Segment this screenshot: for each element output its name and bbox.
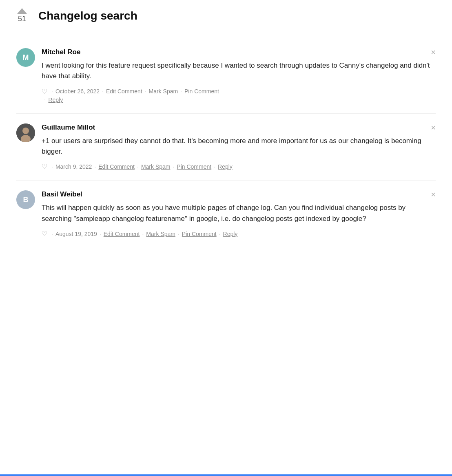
avatar-guillaume [16,123,35,142]
comment-date-2: March 9, 2022 [55,163,92,170]
comment-3: B Basil Weibel This will happen quickly … [16,181,436,247]
reply-button-1[interactable]: Reply [48,97,63,103]
vote-count: 51 [18,15,26,23]
mark-spam-1[interactable]: Mark Spam [149,88,178,95]
comment-date-3: August 19, 2019 [55,231,97,237]
mark-spam-2[interactable]: Mark Spam [141,163,171,170]
comment-author-2: Guillaume Millot [42,123,436,132]
sep-3a: · [51,231,53,237]
comment-author-1: Mitchel Roe [42,48,436,56]
heart-icon-3[interactable]: ♡ [42,230,47,238]
comments-container: M Mitchel Roe I went looking for this fe… [0,30,452,264]
vote-section: 51 [12,8,32,23]
reply-button-3[interactable]: Reply [223,231,238,237]
sep-1d: · [180,88,182,95]
comment-date-1: October 26, 2022 [55,88,100,95]
avatar-mitchel: M [16,48,35,67]
pin-comment-1[interactable]: Pin Comment [184,88,219,95]
sep-2b: · [94,163,96,170]
bottom-bar [0,474,452,476]
avatar-photo-guillaume [16,123,35,142]
sep-2c: · [137,163,139,170]
page-title: Changelog search [38,9,137,22]
comment-actions-2: ♡ · March 9, 2022 · Edit Comment · Mark … [42,163,436,170]
edit-comment-2[interactable]: Edit Comment [98,163,135,170]
edit-comment-3[interactable]: Edit Comment [104,231,140,237]
pin-comment-2[interactable]: Pin Comment [177,163,211,170]
sep-3d: · [178,231,179,237]
sep-2d: · [173,163,174,170]
comment-text-2: +1 our users are surprised they cannot d… [42,136,436,157]
upvote-arrow[interactable] [17,8,27,14]
avatar-basil: B [16,190,35,209]
pin-comment-3[interactable]: Pin Comment [182,231,217,237]
comment-author-3: Basil Weibel [42,190,436,198]
comment-body-3: Basil Weibel This will happen quickly as… [42,190,436,238]
comment-text-3: This will happen quickly as soon as you … [42,203,436,224]
avatar-initial-basil: B [23,196,29,204]
sep-1e: · [44,96,46,104]
comment-actions-1: ♡ · October 26, 2022 · Edit Comment · Ma… [42,88,436,95]
heart-icon-1[interactable]: ♡ [42,88,47,95]
reply-button-2[interactable]: Reply [218,163,233,170]
close-button-2[interactable]: × [431,123,436,132]
mark-spam-3[interactable]: Mark Spam [146,231,175,237]
comment-body-2: Guillaume Millot +1 our users are surpri… [42,123,436,171]
comment-1: M Mitchel Roe I went looking for this fe… [16,38,436,114]
close-button-1[interactable]: × [431,48,436,56]
sep-2a: · [51,163,53,170]
sep-2e: · [214,163,215,170]
svg-point-3 [16,123,35,142]
page-header: 51 Changelog search [0,0,452,30]
comment-actions-3: ♡ · August 19, 2019 · Edit Comment · Mar… [42,230,436,238]
comment-2: Guillaume Millot +1 our users are surpri… [16,114,436,181]
reply-row-1: · Reply [42,96,436,104]
edit-comment-1[interactable]: Edit Comment [106,88,142,95]
sep-1a: · [51,88,53,95]
sep-1b: · [102,88,104,95]
heart-icon-2[interactable]: ♡ [42,163,47,170]
sep-3e: · [219,231,221,237]
close-button-3[interactable]: × [431,190,436,198]
comment-text-1: I went looking for this feature request … [42,60,436,82]
avatar-initial: M [23,53,29,62]
comment-body-1: Mitchel Roe I went looking for this feat… [42,48,436,104]
sep-3c: · [142,231,144,237]
sep-3b: · [100,231,101,237]
sep-1c: · [145,88,146,95]
